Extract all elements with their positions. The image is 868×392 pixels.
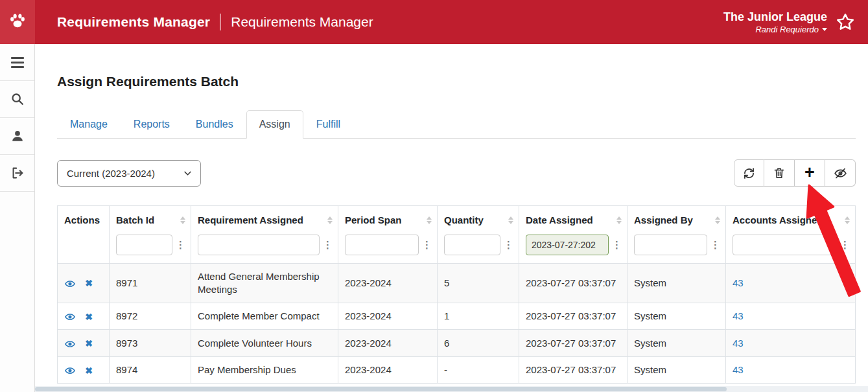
column-header-assigned-by: Assigned By ⋮ bbox=[628, 206, 726, 264]
cell-batch-id: 8972 bbox=[110, 303, 191, 330]
user-icon bbox=[10, 129, 25, 143]
cell-period-span: 2023-2024 bbox=[338, 263, 438, 303]
trash-icon bbox=[773, 167, 786, 179]
accounts-assigned-link[interactable]: 43 bbox=[733, 364, 744, 375]
cell-date-assigned: 2023-07-27 03:37:07 bbox=[519, 303, 628, 330]
kebab-menu-icon[interactable]: ⋮ bbox=[840, 240, 850, 249]
column-label: Actions bbox=[64, 214, 100, 227]
requirements-table: Actions Batch Id ⋮ bbox=[57, 205, 856, 384]
remove-x-icon[interactable]: ✖ bbox=[85, 277, 93, 290]
table-row: ✖ 8971 Attend General Membership Meeting… bbox=[58, 263, 856, 303]
page-title: Assign Requirements Batch bbox=[57, 74, 856, 89]
app-logo[interactable] bbox=[0, 0, 35, 44]
tab-bar: Manage Reports Bundles Assign Fulfill bbox=[57, 110, 856, 139]
favorite-star-icon[interactable] bbox=[836, 12, 855, 32]
column-header-date-assigned: Date Assigned ⋮ bbox=[519, 206, 628, 264]
date-assigned-filter-input[interactable] bbox=[526, 235, 609, 255]
cell-date-assigned: 2023-07-27 03:37:07 bbox=[519, 330, 628, 356]
cell-batch-id: 8971 bbox=[110, 263, 191, 303]
cell-assigned-by: System bbox=[628, 303, 726, 330]
chevron-down-icon bbox=[183, 168, 193, 178]
remove-x-icon[interactable]: ✖ bbox=[85, 365, 93, 377]
kebab-menu-icon[interactable]: ⋮ bbox=[422, 240, 432, 249]
menu-icon bbox=[11, 57, 24, 68]
accounts-assigned-link[interactable]: 43 bbox=[733, 277, 744, 288]
column-label: Assigned By bbox=[634, 214, 693, 227]
kebab-menu-icon[interactable]: ⋮ bbox=[323, 240, 333, 249]
cell-batch-id: 8974 bbox=[110, 356, 191, 383]
cell-assigned-by: System bbox=[628, 263, 726, 303]
column-label: Accounts Assigned bbox=[733, 214, 823, 227]
eye-slash-icon bbox=[834, 167, 847, 180]
column-header-period-span: Period Span ⋮ bbox=[338, 206, 438, 264]
sort-toggle-icon[interactable] bbox=[508, 216, 513, 224]
tab-reports[interactable]: Reports bbox=[121, 110, 183, 139]
tab-fulfill[interactable]: Fulfill bbox=[303, 110, 353, 139]
cell-quantity: 6 bbox=[438, 330, 519, 356]
user-name-label: Randi Requierdo bbox=[755, 25, 819, 34]
sort-toggle-icon[interactable] bbox=[845, 216, 850, 224]
user-menu[interactable]: Randi Requierdo bbox=[723, 25, 827, 34]
toggle-visibility-button[interactable] bbox=[825, 159, 856, 187]
assigned-by-filter-input[interactable] bbox=[634, 235, 707, 255]
delete-button[interactable] bbox=[764, 159, 795, 187]
quantity-filter-input[interactable] bbox=[444, 235, 500, 255]
table-row: ✖ 8972 Complete Member Compact 2023-2024… bbox=[58, 303, 856, 330]
period-span-filter-input[interactable] bbox=[345, 235, 419, 255]
chevron-down-icon bbox=[822, 28, 827, 31]
add-button[interactable]: + bbox=[795, 159, 825, 187]
column-label: Period Span bbox=[345, 214, 402, 227]
period-select[interactable]: Current (2023-2024) bbox=[57, 160, 201, 187]
requirement-filter-input[interactable] bbox=[198, 235, 320, 255]
cell-quantity: - bbox=[438, 356, 519, 383]
remove-x-icon[interactable]: ✖ bbox=[85, 311, 93, 323]
top-bar: Requirements Manager Requirements Manage… bbox=[0, 0, 868, 44]
side-rail bbox=[0, 44, 35, 392]
cell-date-assigned: 2023-07-27 03:37:07 bbox=[519, 263, 628, 303]
view-eye-icon[interactable] bbox=[64, 278, 76, 290]
column-header-batch-id: Batch Id ⋮ bbox=[110, 206, 191, 264]
kebab-menu-icon[interactable]: ⋮ bbox=[176, 240, 185, 249]
view-eye-icon[interactable] bbox=[64, 365, 76, 376]
kebab-menu-icon[interactable]: ⋮ bbox=[612, 240, 622, 249]
cell-requirement: Attend General Membership Meetings bbox=[191, 263, 338, 303]
accounts-assigned-link[interactable]: 43 bbox=[733, 338, 744, 349]
view-eye-icon[interactable] bbox=[64, 338, 76, 350]
scrollbar-thumb[interactable] bbox=[35, 387, 727, 391]
paw-icon bbox=[8, 11, 27, 33]
app-title: Requirements Manager bbox=[57, 14, 210, 30]
tab-manage[interactable]: Manage bbox=[57, 110, 121, 139]
column-header-actions: Actions bbox=[58, 206, 110, 264]
sidebar-item-menu[interactable] bbox=[0, 44, 34, 81]
table-row: ✖ 8973 Complete Volunteer Hours 2023-202… bbox=[58, 330, 856, 356]
sort-toggle-icon[interactable] bbox=[327, 216, 333, 224]
sidebar-item-search[interactable] bbox=[0, 81, 34, 118]
cell-period-span: 2023-2024 bbox=[338, 356, 438, 383]
column-label: Requirement Assigned bbox=[198, 214, 303, 227]
column-label: Date Assigned bbox=[526, 214, 593, 227]
remove-x-icon[interactable]: ✖ bbox=[85, 338, 93, 350]
tab-assign[interactable]: Assign bbox=[246, 110, 303, 139]
cell-requirement: Complete Volunteer Hours bbox=[191, 330, 338, 356]
cell-period-span: 2023-2024 bbox=[338, 330, 438, 356]
accounts-assigned-filter-input[interactable] bbox=[733, 235, 837, 255]
refresh-button[interactable] bbox=[734, 159, 764, 187]
column-header-accounts-assigned: Accounts Assigned ⋮ bbox=[726, 206, 856, 264]
period-select-value: Current (2023-2024) bbox=[67, 168, 155, 179]
context-title: Requirements Manager bbox=[231, 14, 373, 30]
kebab-menu-icon[interactable]: ⋮ bbox=[504, 240, 513, 249]
cell-assigned-by: System bbox=[628, 356, 726, 383]
view-eye-icon[interactable] bbox=[64, 311, 76, 323]
main-content: Assign Requirements Batch Manage Reports… bbox=[35, 44, 868, 392]
kebab-menu-icon[interactable]: ⋮ bbox=[710, 240, 720, 249]
sort-toggle-icon[interactable] bbox=[427, 216, 432, 224]
cell-quantity: 1 bbox=[438, 303, 519, 330]
sort-toggle-icon[interactable] bbox=[616, 216, 622, 224]
accounts-assigned-link[interactable]: 43 bbox=[733, 310, 744, 321]
sort-toggle-icon[interactable] bbox=[180, 216, 185, 224]
sort-toggle-icon[interactable] bbox=[715, 216, 720, 224]
sidebar-item-logout[interactable] bbox=[0, 155, 34, 192]
sidebar-item-profile[interactable] bbox=[0, 118, 34, 155]
tab-bundles[interactable]: Bundles bbox=[183, 110, 246, 139]
batch-id-filter-input[interactable] bbox=[116, 235, 172, 255]
